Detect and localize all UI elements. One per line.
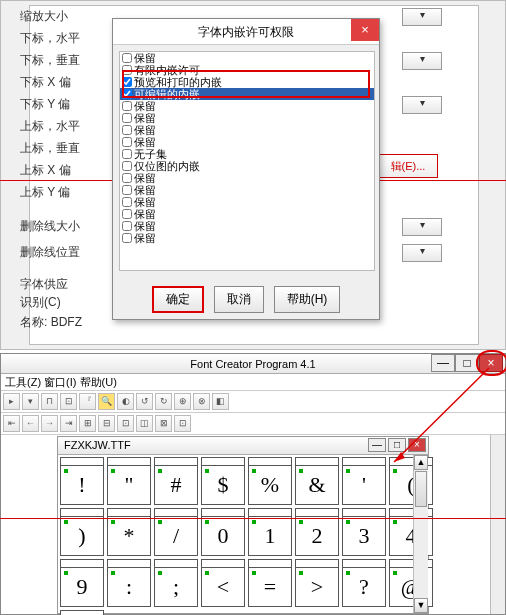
- list-item[interactable]: 保留: [120, 184, 374, 196]
- dropdown[interactable]: ▾: [402, 8, 442, 26]
- list-checkbox[interactable]: [122, 65, 132, 75]
- list-checkbox[interactable]: [122, 221, 132, 231]
- list-item[interactable]: 保留: [120, 232, 374, 244]
- edit-button-highlight[interactable]: 辑(E)...: [378, 154, 438, 178]
- red-guideline: [0, 518, 506, 519]
- ok-button[interactable]: 确定: [152, 286, 204, 313]
- list-item[interactable]: 仅位图的内嵌: [120, 160, 374, 172]
- svg-line-0: [394, 368, 489, 462]
- list-checkbox[interactable]: [122, 173, 132, 183]
- list-checkbox[interactable]: [122, 53, 132, 63]
- dialog-title: 字体内嵌许可权限: [198, 25, 294, 39]
- list-checkbox[interactable]: [122, 209, 132, 219]
- red-arrow: [1, 354, 506, 615]
- embed-permissions-dialog: 字体内嵌许可权限 × 保留有限内嵌许可预览和打印的内嵌可编辑的内嵌保留保留保留保…: [112, 18, 380, 320]
- list-item[interactable]: 保留: [120, 172, 374, 184]
- list-checkbox[interactable]: [122, 149, 132, 159]
- list-item[interactable]: 保留: [120, 196, 374, 208]
- list-item[interactable]: 保留: [120, 124, 374, 136]
- list-label: 保留: [134, 231, 156, 246]
- list-checkbox[interactable]: [122, 77, 132, 87]
- list-checkbox[interactable]: [122, 101, 132, 111]
- list-checkbox[interactable]: [122, 137, 132, 147]
- list-checkbox[interactable]: [122, 113, 132, 123]
- list-checkbox[interactable]: [122, 125, 132, 135]
- permissions-list[interactable]: 保留有限内嵌许可预览和打印的内嵌可编辑的内嵌保留保留保留保留无子集仅位图的内嵌保…: [119, 51, 375, 271]
- dropdown[interactable]: ▾: [402, 52, 442, 70]
- help-button[interactable]: 帮助(H): [274, 286, 341, 313]
- dialog-buttons: 确定 取消 帮助(H): [113, 286, 379, 313]
- cancel-button[interactable]: 取消: [214, 286, 264, 313]
- list-item[interactable]: 保留: [120, 220, 374, 232]
- font-creator-window: Font Creator Program 4.1 — □ × 工具(Z) 窗口(…: [0, 353, 506, 615]
- list-item[interactable]: 可编辑的内嵌: [120, 88, 374, 100]
- list-checkbox[interactable]: [122, 233, 132, 243]
- dropdown[interactable]: ▾: [402, 244, 442, 262]
- dropdown[interactable]: ▾: [402, 218, 442, 236]
- list-checkbox[interactable]: [122, 197, 132, 207]
- list-item[interactable]: 保留: [120, 100, 374, 112]
- list-item[interactable]: 保留: [120, 112, 374, 124]
- dropdown[interactable]: ▾: [402, 96, 442, 114]
- dialog-titlebar: 字体内嵌许可权限 ×: [113, 19, 379, 45]
- list-checkbox[interactable]: [122, 161, 132, 171]
- list-checkbox[interactable]: [122, 185, 132, 195]
- list-item[interactable]: 保留: [120, 208, 374, 220]
- close-button[interactable]: ×: [351, 19, 379, 41]
- red-circle-highlight: [476, 350, 506, 376]
- list-checkbox[interactable]: [122, 89, 132, 99]
